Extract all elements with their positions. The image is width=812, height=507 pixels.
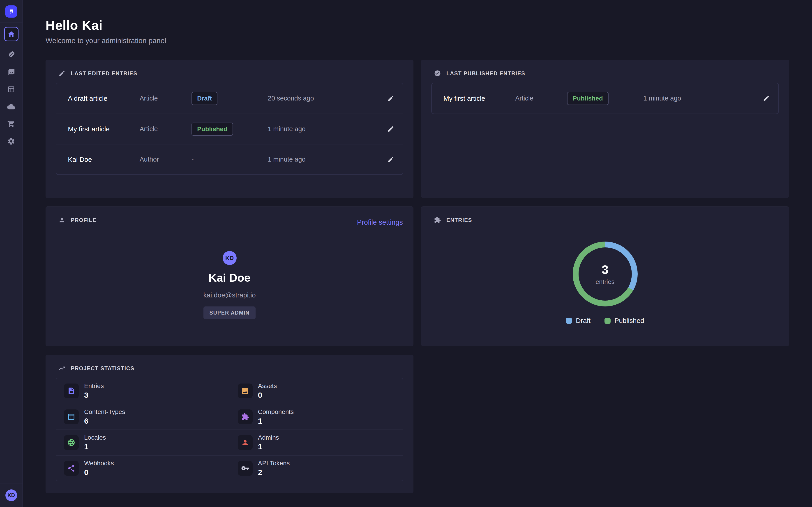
last-published-table: My first article Article Published 1 min…	[431, 83, 779, 114]
strapi-logo-icon	[8, 8, 15, 15]
entry-title: Kai Doe	[68, 156, 140, 163]
edit-entry-button[interactable]	[385, 124, 396, 134]
globe-icon	[64, 435, 79, 450]
entry-doctype: Author	[140, 156, 192, 163]
stat-label: Admins	[258, 434, 279, 441]
card-title: ENTRIES	[446, 217, 472, 223]
profile-settings-link[interactable]: Profile settings	[357, 218, 403, 226]
layout-icon	[64, 409, 79, 424]
status-empty: -	[192, 156, 194, 163]
entry-doctype: Article	[140, 95, 192, 102]
stat-label: Content-Types	[84, 408, 125, 415]
sidebar-item-media-library[interactable]	[7, 68, 15, 76]
sidebar-item-settings[interactable]	[7, 137, 15, 145]
entry-status-cell: -	[192, 156, 268, 163]
table-row[interactable]: My first article Article Published 1 min…	[432, 83, 778, 114]
key-icon	[238, 461, 253, 476]
puzzle-icon	[434, 217, 441, 224]
edit-entry-button[interactable]	[761, 93, 772, 104]
shopping-cart-icon	[7, 120, 15, 128]
entry-status-cell: Published	[567, 92, 643, 105]
image-icon	[238, 384, 253, 398]
card-title: LAST EDITED ENTRIES	[71, 70, 137, 76]
role-badge: SUPER ADMIN	[203, 306, 256, 319]
legend-item-published: Published	[605, 317, 644, 325]
table-row[interactable]: My first article Article Published 1 min…	[56, 114, 403, 144]
pencil-icon	[58, 70, 65, 77]
table-row[interactable]: A draft article Article Draft 20 seconds…	[56, 83, 403, 114]
stat-assets: Assets0	[230, 378, 403, 404]
avatar: KD	[222, 251, 237, 265]
sidebar-item-content-manager[interactable]	[7, 51, 15, 59]
last-published-header: LAST PUBLISHED ENTRIES	[434, 70, 779, 77]
card-title: PROFILE	[71, 217, 97, 223]
stat-entries: Entries3	[56, 378, 230, 404]
sidebar-item-marketplace[interactable]	[7, 120, 15, 128]
edit-entry-button[interactable]	[385, 154, 396, 165]
stat-label: API Tokens	[258, 460, 290, 467]
sidebar: KD	[0, 0, 23, 507]
entry-title: A draft article	[68, 95, 140, 102]
profile-card: PROFILE Profile settings KD Kai Doe kai.…	[46, 207, 413, 346]
sidebar-item-deploy[interactable]	[7, 103, 15, 111]
sidebar-bottom: KD	[0, 484, 22, 507]
strapi-logo[interactable]	[5, 5, 17, 17]
stat-locales: Locales1	[56, 430, 230, 455]
sidebar-item-content-type-builder[interactable]	[7, 86, 15, 93]
trending-up-icon	[58, 365, 65, 372]
gear-icon	[7, 137, 15, 145]
entries-donut: 3 entries	[573, 241, 638, 306]
stat-content-types: Content-Types6	[56, 404, 230, 430]
cards-grid: LAST EDITED ENTRIES A draft article Arti…	[46, 60, 789, 493]
last-edited-header: LAST EDITED ENTRIES	[58, 70, 403, 77]
stat-label: Components	[258, 408, 294, 415]
donut-center: 3 entries	[578, 247, 632, 300]
entry-updated-time: 1 minute ago	[268, 156, 376, 163]
sidebar-nav	[4, 27, 18, 145]
edit-entry-button[interactable]	[385, 93, 396, 104]
stat-value: 2	[258, 468, 290, 477]
legend-label: Published	[614, 317, 644, 325]
stats-grid: Entries3 Assets0 Content-Types6 Componen…	[56, 378, 403, 481]
table-row[interactable]: Kai Doe Author - 1 minute ago	[56, 144, 403, 174]
sidebar-item-home[interactable]	[4, 27, 18, 41]
entry-updated-time: 1 minute ago	[268, 125, 376, 133]
page-subtitle: Welcome to your administration panel	[46, 37, 789, 45]
stat-value: 1	[258, 442, 279, 451]
stat-value: 0	[84, 468, 114, 477]
pencil-icon	[387, 95, 394, 102]
home-icon	[7, 30, 15, 38]
project-statistics-header: PROJECT STATISTICS	[58, 365, 403, 372]
status-badge: Draft	[192, 92, 217, 105]
entry-title: My first article	[68, 125, 140, 133]
stat-value: 6	[84, 417, 125, 426]
entry-title: My first article	[444, 95, 515, 102]
entry-doctype: Article	[515, 95, 567, 102]
person-icon	[238, 435, 253, 450]
webhook-icon	[64, 461, 79, 476]
profile-email: kai.doe@strapi.io	[203, 291, 256, 299]
person-icon	[58, 217, 65, 224]
user-avatar[interactable]: KD	[5, 490, 17, 501]
stat-webhooks: Webhooks0	[56, 455, 230, 481]
stat-api-tokens: API Tokens2	[230, 455, 403, 481]
entries-chart-card: ENTRIES 3 entries Draft Publis	[421, 207, 789, 346]
profile-header: PROFILE	[58, 217, 403, 224]
stat-value: 0	[258, 391, 277, 399]
sidebar-divider-top	[0, 22, 22, 23]
entry-status-cell: Draft	[192, 92, 268, 105]
status-badge: Published	[567, 92, 609, 105]
pencil-icon	[387, 156, 394, 163]
profile-name: Kai Doe	[208, 271, 250, 284]
stat-value: 1	[84, 442, 106, 451]
file-icon	[64, 384, 79, 398]
stat-value: 3	[84, 391, 104, 399]
photos-icon	[7, 68, 15, 76]
legend-label: Draft	[576, 317, 591, 325]
entry-doctype: Article	[140, 125, 192, 133]
main-content: Hello Kai Welcome to your administration…	[23, 0, 812, 507]
pencil-icon	[763, 95, 770, 102]
entry-updated-time: 20 seconds ago	[268, 95, 376, 102]
check-circle-icon	[434, 70, 441, 77]
legend-item-draft: Draft	[566, 317, 591, 325]
